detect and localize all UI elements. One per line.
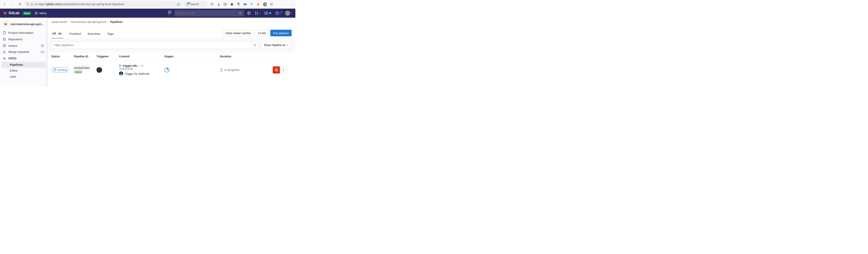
url-bar[interactable]: https://gitlab.com/jonashackt/microservi… [25, 1, 182, 7]
col-duration: Duration [220, 55, 273, 58]
browser-search-box[interactable]: Search [184, 1, 207, 7]
gitlab-logo-text: GitLab [9, 11, 20, 15]
issues-icon [3, 44, 6, 47]
status-text: running [58, 68, 67, 72]
breadcrumb-item[interactable]: Pipelines [110, 20, 122, 24]
sidebar-item-merge-requests[interactable]: Merge requests 1 [0, 49, 47, 56]
chevron-down-icon [286, 44, 289, 46]
sidebar-item-issues[interactable]: Issues 0 [0, 42, 47, 49]
extension-s-icon[interactable]: S [237, 2, 241, 6]
breadcrumb-item[interactable]: microservice-api-spring-boot [71, 20, 106, 24]
extension-icon[interactable] [230, 2, 234, 6]
sidebar-item-project-info[interactable]: Project information [0, 30, 47, 36]
col-stages: Stages [164, 55, 220, 58]
sidebar-sub-jobs[interactable]: Jobs [2, 74, 46, 80]
reader-icon[interactable] [223, 2, 227, 6]
merge-request-icon [255, 11, 259, 15]
help-dropdown[interactable] [275, 11, 282, 15]
sidebar-item-label: Project information [8, 31, 34, 35]
run-pipeline-button[interactable]: Run pipeline [270, 30, 291, 36]
extension-red-icon[interactable] [256, 2, 260, 6]
zoom-icon[interactable] [243, 2, 247, 6]
next-badge: Next [22, 11, 31, 15]
table-header: Status Pipeline ID Triggerer Commit Stag… [51, 52, 291, 61]
col-pipeline-id: Pipeline ID [74, 55, 97, 58]
bookmark-star-icon[interactable] [177, 3, 180, 5]
sidebar-item-cicd[interactable]: CI/CD [0, 55, 47, 62]
sidebar-item-label: CI/CD [8, 57, 17, 60]
svg-point-39 [120, 73, 122, 74]
pipeline-actions-menu[interactable] [280, 66, 287, 73]
sidebar-sub-editor[interactable]: Editor [2, 68, 46, 74]
svg-point-31 [4, 58, 5, 59]
status-badge[interactable]: running [51, 67, 69, 73]
gitlab-logo[interactable]: GitLab [3, 11, 20, 15]
sidebar-item-repository[interactable]: Repository [0, 36, 47, 42]
clear-caches-button[interactable]: Clear runner caches [222, 30, 253, 36]
show-pipeline-id-dropdown[interactable]: Show Pipeline ID [261, 41, 291, 49]
col-commit: Commit [119, 55, 164, 58]
gitlab-search-input[interactable] [177, 11, 239, 15]
filter-input[interactable] [51, 42, 251, 49]
info-icon [3, 31, 6, 34]
svg-rect-23 [3, 32, 5, 34]
mr-count: 1 [40, 50, 44, 53]
todos-shortcut[interactable]: 1 [265, 11, 272, 15]
issues-shortcut[interactable] [247, 11, 251, 15]
svg-rect-16 [248, 12, 249, 14]
forward-button[interactable] [9, 1, 15, 7]
chevron-down-icon [168, 14, 170, 16]
back-button[interactable] [2, 1, 7, 7]
filter-search-button[interactable] [251, 42, 258, 49]
svg-rect-24 [4, 31, 5, 32]
lock-icon [30, 3, 33, 5]
pipeline-id-link[interactable]: #418257694 [74, 66, 90, 69]
ci-lint-button[interactable]: CI lint [255, 30, 268, 36]
breadcrumb-item[interactable]: Jonas Hecht [51, 20, 67, 24]
stage-running-icon[interactable] [164, 67, 169, 73]
reload-button[interactable] [17, 1, 22, 7]
menu-button[interactable]: Menu [35, 11, 46, 15]
sidebar-item-label: Issues [8, 44, 17, 47]
hamburger-icon [35, 11, 38, 15]
svg-point-19 [257, 14, 258, 14]
notification-dot [281, 11, 282, 12]
plus-icon [168, 11, 172, 14]
search-engine-icon [186, 3, 189, 5]
project-icon: M [3, 21, 9, 27]
new-dropdown[interactable] [168, 11, 172, 16]
sidebar-sub-pipelines[interactable]: Pipelines [2, 62, 46, 68]
search-placeholder: Search [190, 3, 199, 6]
svg-rect-26 [3, 44, 5, 47]
tab-finished[interactable]: Finished [69, 29, 82, 38]
cancel-pipeline-button[interactable] [273, 66, 280, 73]
svg-point-5 [186, 3, 188, 5]
svg-point-37 [142, 65, 143, 66]
sidebar-project-header[interactable]: M microservice-api-spri... [0, 20, 47, 30]
branch-icon [119, 65, 122, 67]
tab-tags[interactable]: Tags [106, 29, 114, 38]
svg-point-18 [255, 14, 256, 14]
commit-sha-link[interactable]: 3c4131f8 [119, 67, 133, 71]
commit-branch[interactable]: trigger-tek… [119, 64, 164, 67]
triggerer-avatar[interactable] [97, 67, 102, 73]
svg-point-29 [3, 52, 4, 53]
hamburger-menu-icon[interactable] [270, 2, 274, 6]
commit-message: Trigger by webhook [119, 72, 164, 76]
download-icon[interactable] [217, 2, 221, 6]
gitlab-top-nav: GitLab Next Menu 1 [0, 9, 296, 18]
chevron-down-icon [290, 12, 292, 14]
tab-all[interactable]: All 53 [51, 29, 64, 38]
url-text: https://gitlab.com/jonashackt/microservi… [38, 3, 176, 6]
user-menu[interactable] [285, 11, 292, 15]
chevron-down-icon [280, 12, 282, 14]
pocket-icon[interactable] [210, 2, 214, 6]
account-avatar-icon[interactable]: J [263, 2, 267, 6]
breadcrumb-separator: › [108, 21, 108, 23]
vue-icon[interactable] [250, 2, 253, 6]
gitlab-search[interactable] [175, 10, 244, 16]
merge-requests-shortcut[interactable] [255, 11, 261, 15]
tab-branches[interactable]: Branches [87, 29, 101, 38]
commit-message-text: Trigger by webhook [125, 72, 150, 75]
svg-point-42 [283, 68, 284, 69]
